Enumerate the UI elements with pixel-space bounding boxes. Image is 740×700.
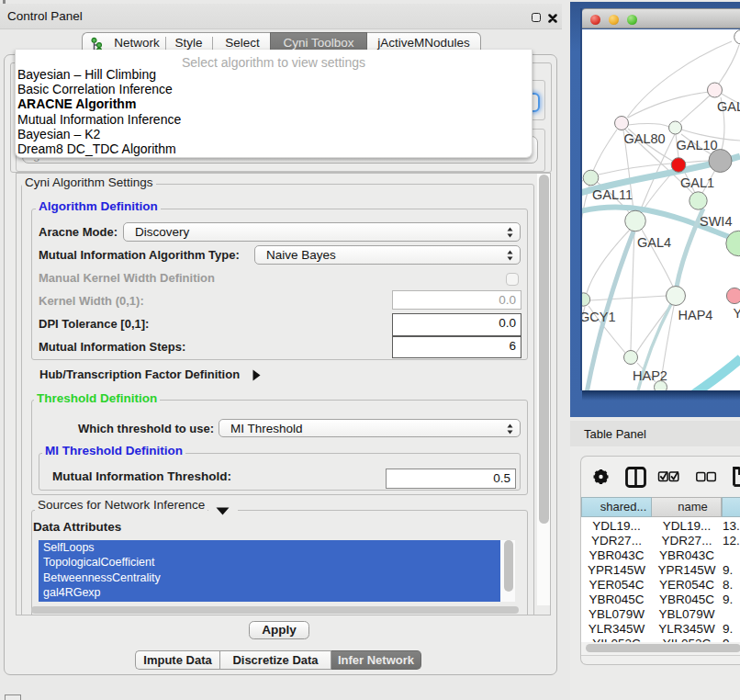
svg-text:GAL11: GAL11 bbox=[592, 187, 633, 202]
svg-text:GAL4: GAL4 bbox=[637, 235, 671, 250]
svg-text:GAL10: GAL10 bbox=[677, 138, 718, 152]
svg-text:GAL80: GAL80 bbox=[624, 131, 666, 146]
svg-text:GAL2: GAL2 bbox=[717, 99, 740, 114]
svg-text:HAP2: HAP2 bbox=[633, 368, 667, 383]
svg-text:GAL1: GAL1 bbox=[680, 175, 714, 190]
svg-text:HAP4: HAP4 bbox=[678, 308, 713, 322]
svg-text:SWI4: SWI4 bbox=[700, 214, 732, 229]
svg-text:Y: Y bbox=[734, 306, 740, 321]
svg-text:GCY1: GCY1 bbox=[582, 310, 616, 324]
